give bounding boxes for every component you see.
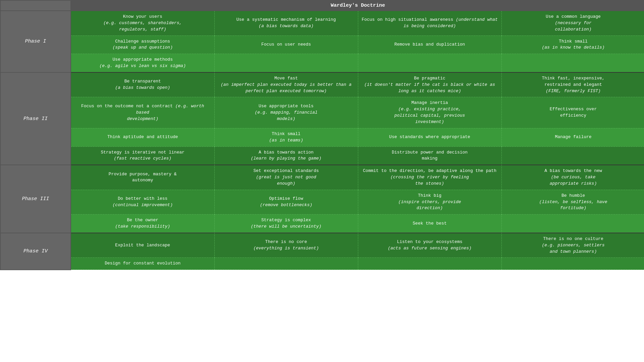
phase-cell-2: Phase II bbox=[0, 72, 71, 165]
phase-cell-1: Phase I bbox=[0, 11, 71, 72]
cell-p1-r2-c4: Think small(as in know the details) bbox=[501, 36, 644, 54]
cell-p1-r2-c1: Challenge assumptions(speak up and quest… bbox=[71, 36, 214, 54]
cell-p1-r3-c2 bbox=[214, 54, 358, 72]
cell-p2-r1-c1: Be transparent(a bias towards open) bbox=[71, 72, 214, 97]
cell-p4-r2-c3 bbox=[358, 258, 501, 270]
cell-p2-r2-c4: Effectiveness overefficiency bbox=[501, 97, 644, 128]
table-row: Strategy is iterative not linear(fast re… bbox=[0, 146, 644, 165]
table-row: Focus on the outcome not a contract (e.g… bbox=[0, 97, 644, 128]
main-table: Wardley's Doctrine Phase IKnow your user… bbox=[0, 0, 644, 270]
cell-p2-r3-c4: Manage failure bbox=[501, 128, 644, 146]
category-header bbox=[0, 0, 71, 11]
cell-p2-r4-c4 bbox=[501, 146, 644, 165]
cell-p2-r1-c2: Move fast(an imperfect plan executed tod… bbox=[214, 72, 358, 97]
table-row: Use appropriate methods(e.g. agile vs le… bbox=[0, 54, 644, 72]
table-row: Phase IKnow your users(e.g. customers, s… bbox=[0, 11, 644, 36]
cell-p3-r2-c3: Think big(inspire others, providedirecti… bbox=[358, 190, 501, 215]
cell-p4-r1-c4: There is no one culture(e.g. pioneers, s… bbox=[501, 233, 644, 258]
table-row: Phase IVExploit the landscapeThere is no… bbox=[0, 233, 644, 258]
cell-p1-r1-c4: Use a common language(necessary forcolla… bbox=[501, 11, 644, 36]
cell-p3-r2-c2: Optimise flow(remove bottlenecks) bbox=[214, 190, 358, 215]
cell-p3-r3-c4 bbox=[501, 215, 644, 233]
doctrine-title: Wardley's Doctrine bbox=[331, 3, 385, 8]
cell-p4-r1-c3: Listen to your ecosystems(acts as future… bbox=[358, 233, 501, 258]
cell-p3-r1-c3: Commit to the direction, be adaptive alo… bbox=[358, 165, 501, 190]
cell-p2-r4-c3: Distribute power and decisionmaking bbox=[358, 146, 501, 165]
table-row: Design for constant evolution bbox=[0, 258, 644, 270]
cell-p3-r3-c2: Strategy is complex(there will be uncert… bbox=[214, 215, 358, 233]
cell-p1-r1-c1: Know your users(e.g. customers, sharehol… bbox=[71, 11, 214, 36]
cell-p1-r3-c1: Use appropriate methods(e.g. agile vs le… bbox=[71, 54, 214, 72]
cell-p2-r3-c3: Use standards where appropriate bbox=[358, 128, 501, 146]
cell-p2-r1-c4: Think fast, inexpensive,restrained and e… bbox=[501, 72, 644, 97]
cell-p1-r3-c4 bbox=[501, 54, 644, 72]
cell-p2-r3-c1: Think aptitude and attitude bbox=[71, 128, 214, 146]
cell-p4-r1-c1: Exploit the landscape bbox=[71, 233, 214, 258]
cell-p1-r3-c3 bbox=[358, 54, 501, 72]
cell-p2-r3-c2: Think small(as in teams) bbox=[214, 128, 358, 146]
cell-p2-r1-c3: Be pragmatic(it doesn't matter if the ca… bbox=[358, 72, 501, 97]
table-row: Think aptitude and attitudeThink small(a… bbox=[0, 128, 644, 146]
cell-p4-r2-c2 bbox=[214, 258, 358, 270]
table-row: Do better with less(continual improvemen… bbox=[0, 190, 644, 215]
cell-p3-r2-c4: Be humble(listen, be selfless, haveforti… bbox=[501, 190, 644, 215]
doctrine-header: Wardley's Doctrine bbox=[71, 0, 644, 11]
table-row: Phase IIIProvide purpose, mastery &auton… bbox=[0, 165, 644, 190]
cell-p4-r1-c2: There is no core(everything is transient… bbox=[214, 233, 358, 258]
cell-p2-r4-c2: A bias towards action(learn by playing t… bbox=[214, 146, 358, 165]
cell-p3-r3-c3: Seek the best bbox=[358, 215, 501, 233]
cell-p1-r2-c2: Focus on user needs bbox=[214, 36, 358, 54]
cell-p1-r1-c3: Focus on high situational awareness (und… bbox=[358, 11, 501, 36]
phase-cell-4: Phase IV bbox=[0, 233, 71, 270]
cell-p1-r2-c3: Remove bias and duplication bbox=[358, 36, 501, 54]
table-row: Challenge assumptions(speak up and quest… bbox=[0, 36, 644, 54]
cell-p2-r2-c3: Manage inertia(e.g. existing practice,po… bbox=[358, 97, 501, 128]
cell-p3-r1-c2: Set exceptional standards(great is just … bbox=[214, 165, 358, 190]
table-row: Phase IIBe transparent(a bias towards op… bbox=[0, 72, 644, 97]
phase-cell-3: Phase III bbox=[0, 165, 71, 233]
cell-p2-r2-c2: Use appropriate tools(e.g. mapping, fina… bbox=[214, 97, 358, 128]
table-row: Be the owner(take responsibility)Strateg… bbox=[0, 215, 644, 233]
cell-p3-r1-c1: Provide purpose, mastery &autonomy bbox=[71, 165, 214, 190]
cell-p2-r2-c1: Focus on the outcome not a contract (e.g… bbox=[71, 97, 214, 128]
cell-p3-r3-c1: Be the owner(take responsibility) bbox=[71, 215, 214, 233]
cell-p3-r1-c4: A bias towards the new(be curious, takea… bbox=[501, 165, 644, 190]
cell-p4-r2-c1: Design for constant evolution bbox=[71, 258, 214, 270]
cell-p1-r1-c2: Use a systematic mechanism of learning(a… bbox=[214, 11, 358, 36]
cell-p2-r4-c1: Strategy is iterative not linear(fast re… bbox=[71, 146, 214, 165]
cell-p4-r2-c4 bbox=[501, 258, 644, 270]
cell-p3-r2-c1: Do better with less(continual improvemen… bbox=[71, 190, 214, 215]
